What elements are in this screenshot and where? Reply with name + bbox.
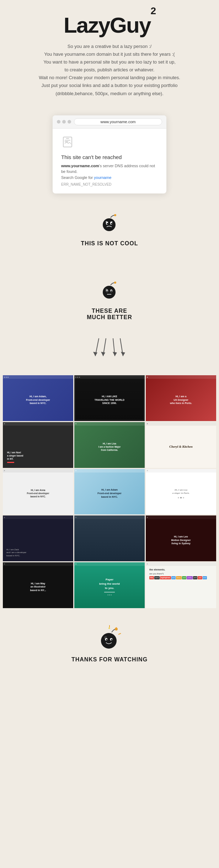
logo-title: LazyGuy2 bbox=[64, 14, 155, 36]
broken-page-icon bbox=[61, 136, 74, 148]
svg-point-13 bbox=[114, 282, 116, 284]
svg-point-20 bbox=[105, 288, 107, 290]
screen-title-15: the elements. bbox=[149, 568, 215, 572]
browser-mockup-wrapper: www.yourname.com This site can't be reac… bbox=[0, 105, 219, 204]
screen-main-text-4: Hi, I am Noela singer basedin NY. bbox=[7, 451, 23, 463]
svg-point-9 bbox=[111, 223, 112, 224]
screen-main-text-12: Hi, I am LeoMotion Designerliving in Syd… bbox=[171, 535, 191, 545]
mini-dot-17 bbox=[4, 563, 5, 564]
logo-superscript: 2 bbox=[150, 5, 155, 16]
mini-dot-7 bbox=[147, 377, 148, 378]
subtitle-text: So you are a creative but a lazy person … bbox=[28, 43, 191, 98]
screen-bar-6 bbox=[146, 422, 216, 426]
screen-bar-10 bbox=[3, 515, 73, 519]
screen-badge-4 bbox=[7, 462, 14, 463]
thanks-label: THANKS FOR WATCHING bbox=[7, 656, 212, 663]
word-and3: and bbox=[193, 576, 197, 579]
subtitle-line-7: (dribbble,behance, 500px, medium or anyt… bbox=[55, 91, 164, 96]
screen-content-4: Hi, I am Noela singer basedin NY. bbox=[3, 422, 73, 468]
screenshot-8: Hi, I am AdamFront-end developerbased in… bbox=[74, 469, 145, 515]
screenshot-7: Hi, I am AnnaFront-end developerbased in… bbox=[3, 469, 73, 515]
mini-dot-13 bbox=[147, 470, 148, 471]
svg-point-12 bbox=[105, 221, 107, 223]
screen-text-wrapper-2: HI, I AM LIKETRAVELING THE WORLDSINCE 19… bbox=[76, 377, 143, 420]
bomb-angry-icon bbox=[97, 211, 122, 236]
screen-main-text-5: Hi, I am LisaI am a fashion Majorfrom Ca… bbox=[98, 442, 121, 452]
screen-bar-9 bbox=[146, 469, 216, 473]
bomb-thanks-icon: ✦ bbox=[95, 624, 124, 652]
svg-marker-22 bbox=[93, 352, 97, 356]
screenshot-12: Hi, I am LeoMotion Designerliving in Syd… bbox=[146, 515, 216, 561]
subtitle-line-3: You want to have a personal site but you… bbox=[43, 59, 176, 65]
mini-dot-5 bbox=[77, 377, 78, 378]
mini-dot-2 bbox=[6, 377, 7, 378]
screen-text-wrapper-8: Hi, I am AdamFront-end developerbased in… bbox=[76, 470, 143, 513]
screen-bar-14 bbox=[74, 562, 145, 566]
logo-text: LazyGuy bbox=[64, 13, 150, 37]
screenshot-4: Hi, I am Noela singer basedin NY. bbox=[3, 422, 73, 468]
screen-divider-14 bbox=[104, 592, 115, 593]
svg-point-18 bbox=[111, 290, 112, 292]
screenshot-2: HI, I AM LIKETRAVELING THE WORLDSINCE 19… bbox=[74, 375, 145, 421]
word-and5: and bbox=[203, 576, 207, 579]
screenshot-9: Hi, I am Loua singer in Paris. bbox=[146, 469, 216, 515]
not-cool-label: THIS IS NOT COOL bbox=[0, 240, 219, 247]
header-section: LazyGuy2 So you are a creative but a laz… bbox=[0, 0, 219, 105]
screen-bar-15 bbox=[146, 562, 216, 566]
browser-content: This site can't be reached www.yourname.… bbox=[53, 129, 166, 194]
svg-point-36 bbox=[106, 639, 107, 640]
svg-point-32 bbox=[115, 628, 118, 630]
screen-text-wrapper-5: Hi, I am LisaI am a fashion Majorfrom Ca… bbox=[76, 424, 143, 466]
mini-dot-10 bbox=[147, 423, 148, 424]
screen-content-15: the elements. are you there?| this word … bbox=[146, 562, 216, 608]
word-and1: and bbox=[171, 576, 176, 579]
bomb-better-svg bbox=[97, 279, 122, 304]
screen-content-14: Paperbring the worldto you. ● ● ● bbox=[74, 562, 145, 608]
mini-dot-11 bbox=[4, 470, 5, 471]
colorful-words-15: this word highlighted and fancy and pret… bbox=[149, 576, 208, 579]
subtitle-line-5: Wait no more! Create your modern persona… bbox=[39, 75, 180, 80]
error-detail: www.yourname.com's server DNS address co… bbox=[61, 163, 158, 181]
screen-main-text-2: HI, I AM LIKETRAVELING THE WORLDSINCE 19… bbox=[95, 395, 124, 405]
screen-bar-11 bbox=[74, 515, 145, 519]
svg-marker-24 bbox=[101, 352, 105, 356]
subtitle-line-4: to create posts, publish articles or wha… bbox=[65, 67, 155, 72]
word-fancy: fancy bbox=[176, 576, 182, 579]
svg-point-5 bbox=[103, 218, 116, 231]
browser-mockup: www.yourname.com This site can't be reac… bbox=[53, 115, 166, 194]
screen-content-3: Hi, I am aUX Designerwho lives in Porto. bbox=[146, 375, 216, 421]
screen-main-text-8: Hi, I am AdamFront-end developerbased in… bbox=[97, 488, 122, 498]
svg-point-38 bbox=[104, 636, 107, 639]
browser-url-bar: www.yourname.com bbox=[74, 118, 162, 125]
bomb-angry-svg bbox=[97, 211, 122, 236]
screen-bar-2 bbox=[74, 375, 145, 379]
browser-dots bbox=[57, 120, 71, 124]
error-code: ERR_NAME_NOT_RESOLVED bbox=[61, 182, 158, 186]
screenshot-15: the elements. are you there?| this word … bbox=[146, 562, 216, 608]
screen-bar-1 bbox=[3, 375, 73, 379]
screen-dots-9 bbox=[178, 497, 184, 498]
screen-content-13: Hi, I am Mayan Illustratorbased in NY... bbox=[3, 562, 73, 608]
screen-text-wrapper-11 bbox=[76, 517, 143, 560]
screen-main-text-9: Hi, I am Loua singer in Paris. bbox=[172, 488, 190, 496]
not-cool-section: THIS IS NOT COOL bbox=[0, 204, 219, 257]
browser-toolbar: www.yourname.com bbox=[53, 115, 166, 129]
screen-text-wrapper-4: Hi, I am Noela singer basedin NY. bbox=[4, 424, 72, 466]
svg-point-14 bbox=[103, 286, 116, 299]
screen-main-text-7: Hi, I am AnnaFront-end developerbased in… bbox=[27, 488, 49, 498]
screen-text-wrapper-7: Hi, I am AnnaFront-end developerbased in… bbox=[4, 470, 72, 513]
screen-content-11 bbox=[74, 515, 145, 561]
svg-line-31 bbox=[118, 633, 121, 634]
screen-text-wrapper-12: Hi, I am LeoMotion Designerliving in Syd… bbox=[147, 517, 215, 560]
word-and4: and bbox=[198, 576, 202, 579]
error-icon bbox=[61, 136, 158, 151]
screen-bar-12 bbox=[146, 515, 216, 519]
screen-bar-13 bbox=[3, 562, 73, 566]
screen-content-5: Hi, I am LisaI am a fashion Majorfrom Ca… bbox=[74, 422, 145, 468]
word-this: this bbox=[149, 576, 154, 579]
search-link[interactable]: yourname bbox=[94, 175, 111, 180]
screen-bar-7 bbox=[3, 469, 73, 473]
bomb-thanks-wrapper: ✦ bbox=[7, 624, 212, 652]
arrows-svg bbox=[88, 335, 131, 363]
dot-indicator-3 bbox=[183, 497, 184, 498]
